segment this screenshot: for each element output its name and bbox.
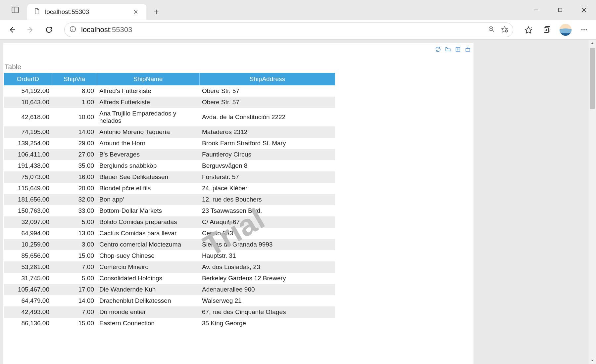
cell-shipaddress: Fauntleroy Circus (199, 149, 335, 160)
cell-shipname: Die Wandernde Kuh (97, 284, 199, 295)
page-icon (33, 8, 40, 16)
cell-shipvia: 8.00 (52, 85, 97, 97)
table-row[interactable]: 54,192.008.00Alfred's FutterkisteObere S… (4, 85, 335, 97)
cell-orderid: 181,656.00 (4, 194, 52, 205)
cell-shipvia: 7.00 (52, 261, 97, 273)
table-row[interactable]: 115,649.0020.00Blondel pčre et fils24, p… (4, 183, 335, 194)
site-info-icon[interactable] (69, 25, 76, 34)
table-row[interactable]: 191,438.0035.00Berglunds snabbköpBerguvs… (4, 160, 335, 171)
table-row[interactable]: 181,656.0032.00Bon app'12, rue des Bouch… (4, 194, 335, 205)
table-row[interactable]: 105,467.0017.00Die Wandernde KuhAdenauer… (4, 284, 335, 295)
scroll-up-arrow-icon[interactable] (589, 40, 596, 47)
new-tab-button[interactable] (148, 4, 164, 20)
profile-button[interactable] (558, 22, 573, 38)
cell-orderid: 10,643.00 (4, 97, 52, 108)
cell-shipname: Drachenblut Delikatessen (97, 295, 199, 306)
table-row[interactable]: 86,136.0015.00Eastern Connection35 King … (4, 318, 335, 329)
cell-shipname: Centro comercial Moctezuma (97, 239, 199, 250)
column-header[interactable]: ShipAddress (199, 73, 335, 85)
cell-orderid: 54,192.00 (4, 85, 52, 97)
table-row[interactable]: 53,261.007.00Comércio MineiroAv. dos Lus… (4, 261, 335, 273)
cell-shipvia: 16.00 (52, 171, 97, 183)
table-row[interactable]: 85,656.0015.00Chop-suey ChineseHauptstr.… (4, 250, 335, 261)
back-button[interactable] (4, 22, 20, 38)
refresh-button[interactable] (41, 22, 57, 38)
cell-shipaddress: Obere Str. 57 (199, 97, 335, 108)
cell-shipaddress: Brook Farm Stratford St. Mary (199, 138, 335, 149)
more-button[interactable] (576, 22, 592, 38)
cell-orderid: 32,097.00 (4, 216, 52, 228)
address-text: localhost:55303 (81, 25, 132, 34)
cell-shipaddress: 23 Tsawwassen Blvd. (199, 205, 335, 216)
cell-orderid: 31,745.00 (4, 273, 52, 284)
cell-orderid: 74,195.00 (4, 126, 52, 138)
cell-shipvia: 35.00 (52, 160, 97, 171)
table-title: Table (4, 63, 473, 73)
widget-toolbar (435, 46, 471, 54)
cell-orderid: 191,438.00 (4, 160, 52, 171)
cell-orderid: 105,467.00 (4, 284, 52, 295)
table-row[interactable]: 150,763.0033.00Bottom-Dollar Markets23 T… (4, 205, 335, 216)
table-row[interactable]: 64,479.0014.00Drachenblut DelikatessenWa… (4, 295, 335, 306)
cell-shipvia: 10.00 (52, 108, 97, 126)
table-row[interactable]: 10,643.001.00Alfreds FutterkisteObere St… (4, 97, 335, 108)
cell-shipaddress: 35 King George (199, 318, 335, 329)
cell-shipname: Around the Horn (97, 138, 199, 149)
export-icon[interactable] (455, 46, 461, 54)
close-window-button[interactable] (572, 0, 596, 20)
table-row[interactable]: 42,618.0010.00Ana Trujillo Emparedados y… (4, 108, 335, 126)
cell-shipname: Eastern Connection (97, 318, 199, 329)
svg-point-14 (73, 27, 73, 28)
refresh-widget-icon[interactable] (435, 46, 441, 54)
tab-title: localhost:55303 (45, 8, 126, 16)
cell-shipname: Berglunds snabbköp (97, 160, 199, 171)
table-row[interactable]: 31,745.005.00Consolidated HoldingsBerkel… (4, 273, 335, 284)
collections-button[interactable] (539, 22, 555, 38)
browser-tab[interactable]: localhost:55303 (27, 4, 146, 20)
cell-shipname: B's Beverages (97, 149, 199, 160)
table-row[interactable]: 32,097.005.00Bólido Comidas preparadasC/… (4, 216, 335, 228)
cell-shipaddress: Av. dos Lusíadas, 23 (199, 261, 335, 273)
cell-shipvia: 13.00 (52, 228, 97, 239)
zoom-out-icon[interactable] (488, 25, 495, 34)
address-bar[interactable]: localhost:55303 (64, 23, 513, 37)
table-row[interactable]: 42,493.007.00Du monde entier67, rue des … (4, 306, 335, 318)
forward-button[interactable] (23, 22, 38, 38)
cell-orderid: 53,261.00 (4, 261, 52, 273)
column-header[interactable]: OrderID (4, 73, 52, 85)
pin-icon[interactable] (465, 46, 471, 54)
table-row[interactable]: 75,073.0016.00Blauer See DelikatessenFor… (4, 171, 335, 183)
cell-orderid: 106,411.00 (4, 149, 52, 160)
vertical-scrollbar[interactable] (589, 40, 596, 364)
table-row[interactable]: 64,994.0013.00Cactus Comidas para llevar… (4, 228, 335, 239)
cell-shipvia: 20.00 (52, 183, 97, 194)
table-row[interactable]: 106,411.0027.00B's BeveragesFauntleroy C… (4, 149, 335, 160)
column-header[interactable]: ShipVia (52, 73, 97, 85)
cell-shipvia: 14.00 (52, 126, 97, 138)
svg-rect-33 (466, 49, 470, 51)
favorites-button[interactable] (521, 22, 536, 38)
cell-shipvia: 15.00 (52, 318, 97, 329)
open-folder-icon[interactable] (445, 46, 451, 54)
cell-orderid: 10,259.00 (4, 239, 52, 250)
maximize-button[interactable] (548, 0, 572, 20)
cell-shipvia: 27.00 (52, 149, 97, 160)
cell-shipaddress: Berguvsvägen 8 (199, 160, 335, 171)
table-row[interactable]: 74,195.0014.00Antonio Moreno TaqueríaMat… (4, 126, 335, 138)
cell-shipvia: 14.00 (52, 295, 97, 306)
favorite-add-icon[interactable] (501, 25, 508, 34)
cell-shipvia: 17.00 (52, 284, 97, 295)
scroll-down-arrow-icon[interactable] (589, 357, 596, 364)
cell-shipname: Bon app' (97, 194, 199, 205)
close-tab-button[interactable] (131, 7, 140, 17)
cell-shipaddress: 67, rue des Cinquante Otages (199, 306, 335, 318)
table-row[interactable]: 10,259.003.00Centro comercial MoctezumaS… (4, 239, 335, 250)
cell-shipname: Chop-suey Chinese (97, 250, 199, 261)
table-row[interactable]: 139,254.0029.00Around the HornBrook Farm… (4, 138, 335, 149)
column-header[interactable]: ShipName (97, 73, 199, 85)
cell-shipvia: 29.00 (52, 138, 97, 149)
minimize-button[interactable] (524, 0, 548, 20)
tab-actions-button[interactable] (3, 0, 27, 20)
cell-orderid: 75,073.00 (4, 171, 52, 183)
cell-shipaddress: Hauptstr. 31 (199, 250, 335, 261)
